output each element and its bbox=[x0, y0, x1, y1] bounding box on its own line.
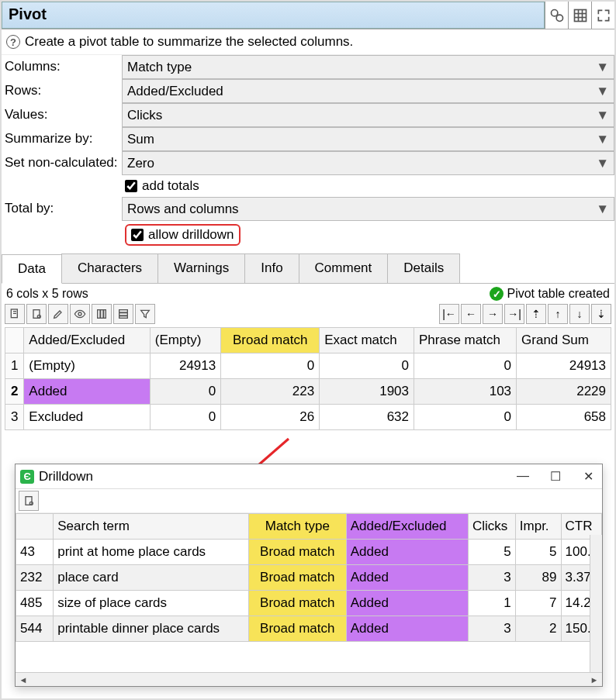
table-row[interactable]: 232place cardBroad matchAdded3893.37% bbox=[16, 565, 602, 591]
cell[interactable]: 0 bbox=[150, 405, 220, 430]
pivot-col-header[interactable]: Added/Excluded bbox=[24, 328, 150, 353]
drilldown-table[interactable]: Search term Match type Added/Excluded Cl… bbox=[16, 513, 602, 642]
noncalc-dropdown[interactable]: Zero▼ bbox=[122, 151, 614, 175]
cell[interactable]: Broad match bbox=[248, 591, 346, 616]
cell[interactable]: 103 bbox=[414, 379, 517, 405]
minimize-icon[interactable]: — bbox=[514, 469, 532, 484]
totalby-dropdown[interactable]: Rows and columns▼ bbox=[122, 197, 614, 221]
cell[interactable]: size of place cards bbox=[54, 591, 249, 616]
allow-drilldown-checkbox[interactable] bbox=[131, 229, 144, 241]
pivot-col-header[interactable]: Phrase match bbox=[414, 328, 517, 353]
edit-icon[interactable] bbox=[48, 304, 68, 324]
cell[interactable]: printable dinner place cards bbox=[54, 616, 249, 642]
go-down-icon[interactable]: ↓ bbox=[569, 304, 590, 324]
table-icon[interactable] bbox=[568, 2, 591, 29]
paste-icon[interactable] bbox=[26, 304, 47, 324]
tab-info[interactable]: Info bbox=[244, 253, 299, 283]
tab-characters[interactable]: Characters bbox=[61, 253, 158, 283]
row-header[interactable]: Excluded bbox=[24, 405, 150, 430]
drill-col-header[interactable]: Added/Excluded bbox=[346, 514, 468, 540]
settings-icon[interactable] bbox=[545, 2, 568, 29]
add-totals-checkbox[interactable] bbox=[125, 180, 137, 192]
table-row[interactable]: 485size of place cardsBroad matchAdded17… bbox=[16, 591, 602, 616]
values-dropdown[interactable]: Clicks▼ bbox=[122, 103, 614, 127]
go-first-icon[interactable]: |← bbox=[439, 304, 459, 324]
tab-details[interactable]: Details bbox=[387, 253, 460, 283]
cell[interactable]: 5 bbox=[469, 540, 516, 565]
go-up-icon[interactable]: ↑ bbox=[548, 304, 568, 324]
drill-col-header[interactable]: Search term bbox=[54, 514, 249, 540]
cell[interactable]: 43 bbox=[16, 540, 54, 565]
cell[interactable]: 26 bbox=[221, 405, 320, 430]
maximize-icon[interactable]: ☐ bbox=[546, 469, 565, 484]
pivot-col-header-highlight[interactable]: Broad match bbox=[221, 328, 320, 353]
cell[interactable]: 24913 bbox=[517, 353, 611, 379]
tab-warnings[interactable]: Warnings bbox=[157, 253, 245, 283]
table-row[interactable]: 544printable dinner place cardsBroad mat… bbox=[16, 616, 602, 642]
cell[interactable]: 2229 bbox=[517, 379, 611, 405]
row-header[interactable]: (Empty) bbox=[24, 353, 150, 379]
cell[interactable]: Added bbox=[346, 616, 468, 642]
cell[interactable]: 0 bbox=[320, 353, 414, 379]
cell[interactable]: Broad match bbox=[248, 616, 346, 642]
row-header[interactable]: Added bbox=[24, 379, 150, 405]
cell[interactable]: 24913 bbox=[150, 353, 220, 379]
cell[interactable]: Broad match bbox=[248, 565, 346, 591]
cell[interactable]: Added bbox=[346, 540, 468, 565]
cell[interactable]: 89 bbox=[515, 565, 561, 591]
cell[interactable]: 3 bbox=[469, 616, 516, 642]
go-last-icon[interactable]: →| bbox=[504, 304, 524, 324]
cell[interactable]: 0 bbox=[150, 379, 220, 405]
cell[interactable]: 632 bbox=[320, 405, 414, 430]
cell[interactable]: 7 bbox=[515, 591, 561, 616]
table-row[interactable]: 3Excluded0266320658 bbox=[5, 405, 611, 430]
cell[interactable]: print at home place cards bbox=[54, 540, 249, 565]
columns-icon[interactable] bbox=[92, 304, 112, 324]
go-bottom-icon[interactable]: ⇣ bbox=[591, 304, 611, 324]
cell[interactable]: Added bbox=[346, 565, 468, 591]
pivot-table[interactable]: Added/Excluded (Empty) Broad match Exact… bbox=[5, 327, 611, 430]
pivot-col-header[interactable]: Grand Sum bbox=[517, 328, 611, 353]
go-prev-icon[interactable]: ← bbox=[461, 304, 481, 324]
scroll-left-icon[interactable]: ◄ bbox=[17, 674, 29, 685]
cell[interactable]: 3 bbox=[469, 565, 516, 591]
tab-comment[interactable]: Comment bbox=[299, 253, 389, 283]
rows-dropdown[interactable]: Added/Excluded▼ bbox=[122, 79, 614, 103]
rows-icon[interactable] bbox=[113, 304, 133, 324]
cell[interactable]: 2 bbox=[515, 616, 561, 642]
cell[interactable]: 0 bbox=[414, 353, 517, 379]
copy-icon[interactable] bbox=[5, 304, 25, 324]
go-top-icon[interactable]: ⇡ bbox=[526, 304, 546, 324]
drill-col-header[interactable]: Impr. bbox=[515, 514, 561, 540]
clipboard-icon[interactable] bbox=[19, 491, 39, 511]
eye-icon[interactable] bbox=[70, 304, 90, 324]
cell[interactable]: 1903 bbox=[320, 379, 414, 405]
tab-data[interactable]: Data bbox=[2, 254, 62, 284]
close-icon[interactable]: ✕ bbox=[579, 469, 597, 484]
cell[interactable]: 0 bbox=[221, 353, 320, 379]
horizontal-scrollbar[interactable]: ◄ ► bbox=[16, 672, 602, 686]
table-row[interactable]: 43print at home place cardsBroad matchAd… bbox=[16, 540, 602, 565]
cell[interactable]: 0 bbox=[414, 405, 517, 430]
columns-dropdown[interactable]: Match type▼ bbox=[122, 55, 614, 79]
drilldown-titlebar[interactable]: Є Drilldown — ☐ ✕ bbox=[16, 464, 602, 489]
pivot-col-header[interactable]: (Empty) bbox=[150, 328, 220, 353]
cell[interactable]: 658 bbox=[517, 405, 611, 430]
table-row[interactable]: 2Added022319031032229 bbox=[5, 379, 611, 405]
go-next-icon[interactable]: → bbox=[483, 304, 503, 324]
help-icon[interactable]: ? bbox=[6, 35, 20, 49]
summarize-dropdown[interactable]: Sum▼ bbox=[122, 127, 614, 151]
drill-col-header[interactable]: Clicks bbox=[469, 514, 516, 540]
scroll-right-icon[interactable]: ► bbox=[588, 674, 600, 685]
vertical-scrollbar[interactable] bbox=[590, 535, 602, 672]
cell[interactable]: Added bbox=[346, 591, 468, 616]
cell[interactable]: 5 bbox=[515, 540, 561, 565]
cell[interactable]: 223 bbox=[221, 379, 320, 405]
cell[interactable]: 485 bbox=[16, 591, 54, 616]
drill-col-header[interactable]: Match type bbox=[248, 514, 346, 540]
cell[interactable]: 232 bbox=[16, 565, 54, 591]
pivot-col-header[interactable]: Exact match bbox=[320, 328, 414, 353]
cell[interactable]: place card bbox=[54, 565, 249, 591]
expand-icon[interactable] bbox=[591, 2, 614, 29]
table-row[interactable]: 1(Empty)2491300024913 bbox=[5, 353, 611, 379]
